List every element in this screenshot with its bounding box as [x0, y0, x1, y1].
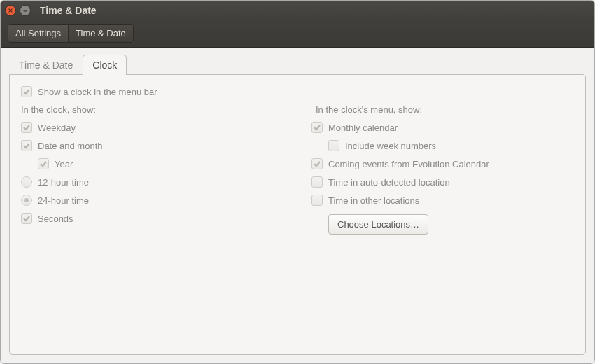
- option-label: Year: [55, 159, 73, 169]
- tab-bar: Time & Date Clock: [9, 55, 586, 75]
- checkbox-icon: [21, 140, 32, 151]
- titlebar: Time & Date: [1, 1, 594, 20]
- radio-icon: [21, 176, 32, 188]
- option-monthly-calendar[interactable]: Monthly calendar: [312, 122, 574, 133]
- checkbox-icon: [38, 158, 49, 169]
- content-area: Time & Date Clock Show a clock in the me…: [1, 48, 594, 363]
- breadcrumb-all-settings[interactable]: All Settings: [8, 24, 69, 42]
- right-column: In the clock's menu, show: Monthly calen…: [312, 104, 574, 234]
- checkbox-icon: [312, 158, 323, 169]
- tab-time-date[interactable]: Time & Date: [9, 55, 83, 75]
- section-heading-menu-show: In the clock's menu, show:: [316, 104, 574, 115]
- checkbox-icon: [312, 176, 323, 188]
- option-24-hour[interactable]: 24-hour time: [21, 195, 284, 206]
- option-label: Monthly calendar: [328, 122, 398, 133]
- checkbox-icon: [312, 195, 323, 206]
- checkbox-icon: [21, 122, 32, 133]
- close-icon[interactable]: [5, 5, 16, 16]
- option-time-auto-location[interactable]: Time in auto-detected location: [312, 176, 574, 188]
- checkbox-icon: [312, 122, 323, 133]
- checkbox-icon: [21, 213, 32, 224]
- breadcrumb: All Settings Time & Date: [8, 24, 134, 43]
- radio-icon: [21, 195, 32, 206]
- option-coming-events[interactable]: Coming events from Evolution Calendar: [312, 158, 574, 169]
- window-title: Time & Date: [40, 5, 97, 16]
- option-label: Coming events from Evolution Calendar: [328, 159, 489, 169]
- option-include-week-numbers[interactable]: Include week numbers: [328, 140, 574, 151]
- settings-window: Time & Date All Settings Time & Date Tim…: [0, 0, 595, 364]
- choose-locations-button[interactable]: Choose Locations…: [328, 214, 428, 234]
- option-label: Seconds: [38, 214, 74, 224]
- option-seconds[interactable]: Seconds: [21, 213, 284, 224]
- option-label: Time in auto-detected location: [328, 177, 450, 188]
- checkbox-icon: [21, 86, 32, 97]
- option-label: Include week numbers: [345, 141, 436, 151]
- option-label: Date and month: [38, 141, 103, 151]
- option-weekday[interactable]: Weekday: [21, 122, 284, 133]
- option-show-clock[interactable]: Show a clock in the menu bar: [21, 86, 574, 97]
- minimize-icon[interactable]: [20, 5, 31, 16]
- option-label: 12-hour time: [38, 177, 89, 188]
- option-label: 24-hour time: [38, 195, 89, 206]
- option-time-other-locations[interactable]: Time in other locations: [312, 195, 574, 206]
- option-12-hour[interactable]: 12-hour time: [21, 176, 284, 188]
- option-label: Time in other locations: [328, 195, 419, 206]
- breadcrumb-current[interactable]: Time & Date: [69, 24, 133, 42]
- section-heading-clock-show: In the clock, show:: [21, 104, 284, 115]
- option-label: Weekday: [38, 122, 76, 133]
- checkbox-icon: [328, 140, 340, 151]
- toolbar: All Settings Time & Date: [1, 20, 594, 48]
- option-label: Show a clock in the menu bar: [38, 87, 158, 97]
- option-year[interactable]: Year: [38, 158, 284, 169]
- left-column: In the clock, show: Weekday Date and mon…: [21, 104, 284, 234]
- option-date-month[interactable]: Date and month: [21, 140, 284, 151]
- tab-clock[interactable]: Clock: [83, 55, 127, 75]
- tab-panel-clock: Show a clock in the menu bar In the cloc…: [9, 74, 586, 355]
